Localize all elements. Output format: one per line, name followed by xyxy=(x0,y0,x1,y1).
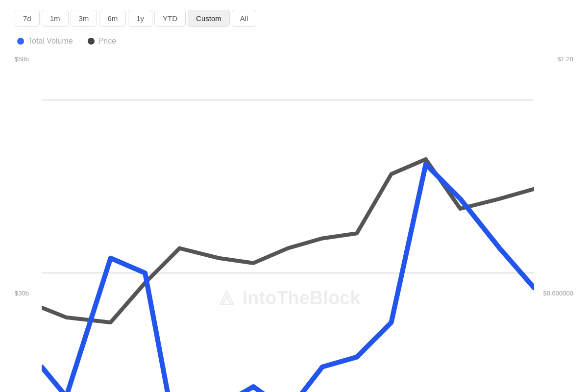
price-dot xyxy=(88,38,95,45)
price-label: Price xyxy=(98,37,116,46)
legend-total-volume: Total Volume xyxy=(17,37,73,46)
main-container: 7d1m3m6m1yYTDCustomAll Total Volume Pric… xyxy=(0,0,588,392)
chart-legend: Total Volume Price xyxy=(15,37,573,46)
y-axis-right-label: $1.20 xyxy=(534,55,573,63)
chart-svg xyxy=(42,50,534,392)
legend-price: Price xyxy=(88,37,116,46)
volume-label: Total Volume xyxy=(28,37,73,46)
y-axis-left-label: $30b xyxy=(15,290,42,297)
time-btn-3m[interactable]: 3m xyxy=(71,10,98,27)
time-btn-1y[interactable]: 1y xyxy=(128,10,152,27)
main-chart-area: IntoTheBlock xyxy=(42,50,534,392)
time-btn-custom[interactable]: Custom xyxy=(188,10,230,27)
time-btn-ytd[interactable]: YTD xyxy=(154,10,186,27)
time-btn-7d[interactable]: 7d xyxy=(15,10,40,27)
volume-dot xyxy=(17,38,24,45)
chart-section: $50b$30b$10b IntoTheBlock $1.20$0.600000… xyxy=(15,50,573,392)
time-range-bar: 7d1m3m6m1yYTDCustomAll xyxy=(15,10,573,27)
y-axis-left: $50b$30b$10b xyxy=(15,50,42,392)
y-axis-left-label: $50b xyxy=(15,55,42,63)
y-axis-right: $1.20$0.600000$0.00 xyxy=(534,50,573,392)
time-btn-1m[interactable]: 1m xyxy=(42,10,69,27)
y-axis-right-label: $0.600000 xyxy=(534,290,573,297)
time-btn-6m[interactable]: 6m xyxy=(99,10,126,27)
time-btn-all[interactable]: All xyxy=(232,10,257,27)
main-chart-wrapper: $50b$30b$10b IntoTheBlock $1.20$0.600000… xyxy=(15,50,573,392)
